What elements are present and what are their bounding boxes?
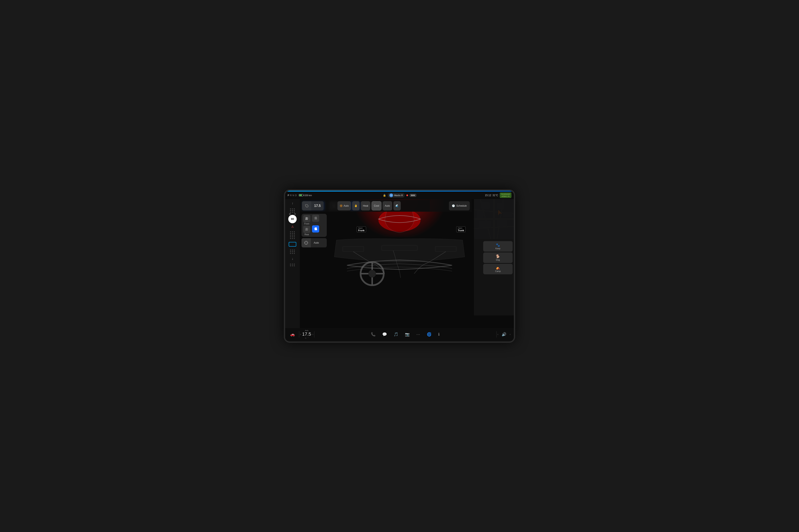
ear-right [294,213,296,215]
svg-rect-40 [305,229,308,231]
rear-left-seat-button[interactable] [303,226,310,233]
taskbar-right: ‹ 🔊 › [497,331,510,338]
camp-icon: ⛺ [496,266,500,270]
svg-rect-43 [314,229,317,230]
driver-temp-value[interactable]: 17.5 [311,201,324,210]
rear-heat-auto-button[interactable]: 🔆 Auto [338,201,351,210]
left-nav-panel: ↑ 90 ⚠ [285,199,300,328]
rear-steering-icon: 🤚 [354,204,358,207]
schedule-label: Schedule [456,204,467,207]
rear-seat-row: Rear [303,226,326,236]
divider-2 [314,331,314,338]
svg-rect-42 [315,227,317,229]
gear-p[interactable]: P [288,194,289,196]
camp-mode-button[interactable]: ⛺ Camp [483,264,513,274]
sos-button[interactable]: SOS [410,194,416,197]
clock: 15:12 [485,194,491,197]
bottom-controls: 17.5 🔆 Auto 🤚 Heat [300,200,430,212]
driver-temp-icon [302,201,311,210]
svg-line-38 [314,217,314,218]
svg-rect-36 [315,217,317,218]
right-panel: 🐾 Keep 🐕 Dog ⛺ Camp [474,199,514,316]
sync-icon: ⊙ [305,337,307,339]
svg-line-44 [314,228,314,229]
user-chip[interactable]: M Martin R [388,193,405,198]
ear-left [289,213,291,215]
gear-indicator: P R N D [288,194,297,196]
rear-steering-button[interactable]: 🤚 [352,201,360,210]
svg-rect-34 [305,218,308,220]
keep-icon: 🐾 [496,243,500,247]
driver-temp-control: 17.5 [302,201,324,210]
rear-fan-icon: 🌊 [396,204,399,207]
frunk-action: Open [358,227,363,229]
front-left-seat-button[interactable] [303,215,310,222]
battery-indicator: 339 km [299,194,312,196]
car-icon-outline[interactable] [289,242,296,247]
info-button[interactable]: ℹ [436,331,441,338]
passenger-airbag-badge: PASSENGERAIRBAG ON [500,193,511,198]
rear-auto-button[interactable]: Auto [383,201,392,210]
apps-button[interactable]: ⋯ [415,331,422,338]
lock-icon: 🔒 [383,194,386,197]
main-area: Open Frunk Open Trunk ↑ 90 [285,199,514,328]
rear-label: Rear [303,233,311,236]
dog-mode-button[interactable]: 🐕 Dog [483,252,513,263]
camera-button[interactable]: 📷 [403,331,411,338]
keep-mode-button[interactable]: 🐾 Keep [483,241,513,252]
dog-icon: 🐕 [496,254,500,258]
rear-heat-button[interactable]: Heat [361,201,370,210]
battery-fill [299,194,302,196]
temp-auto-label: Auto [302,329,311,331]
camp-label: Camp [495,270,501,272]
rear-cool-button[interactable]: Cool [371,201,381,210]
nav-down-arrow[interactable]: ↓ [291,256,294,262]
gear-d[interactable]: D [295,194,297,196]
gear-n[interactable]: N [292,194,294,196]
record-dot [406,194,408,196]
temp-increase-button[interactable]: › [312,333,313,336]
nav-up-arrow[interactable]: ↑ [291,201,294,206]
climate-fan-button[interactable]: 🌀 [425,331,433,338]
rear-right-seat-button[interactable] [312,225,319,232]
volume-right-chevron[interactable]: › [510,333,510,336]
divider-3 [496,331,497,338]
spotify-button[interactable]: 🎵 [392,331,400,338]
temp-display-area: ‹ Auto 17.5 ⊙ ° › [300,329,313,339]
gear-r[interactable]: R [290,194,292,196]
user-name: Martin R [394,194,403,196]
svg-rect-39 [306,228,308,229]
temp-decrease-button[interactable]: ‹ [300,333,301,336]
svg-line-41 [308,229,308,229]
steering-auto-label: Auto [311,241,322,244]
current-temp-display: 17.5 [302,331,311,337]
front-label: Front [303,223,311,225]
taskbar-left: 🚗 [289,331,300,338]
keep-label: Keep [495,247,500,250]
svg-rect-9 [435,246,456,252]
schedule-button[interactable]: 🕐 Schedule [449,201,470,210]
dot [290,208,291,209]
messages-button[interactable]: 💬 [381,331,388,338]
time-display: 15:12 31°C [485,194,498,197]
volume-left-chevron[interactable]: ‹ [497,333,498,336]
speed-limit-value: 90 [291,217,294,221]
rear-fan-button[interactable]: 🌊 [394,201,401,210]
svg-point-3 [368,270,376,278]
car-status-icon[interactable]: 🚗 [289,331,296,338]
status-center: 🔒 M Martin R SOS [383,193,416,198]
svg-rect-33 [306,217,308,218]
schedule-icon: 🕐 [452,204,455,207]
trunk-label[interactable]: Open Trunk [456,226,466,232]
front-right-seat-button[interactable] [312,215,319,222]
battery-icon [299,194,304,196]
phone-button[interactable]: 📞 [369,331,377,338]
tesla-screen: P R N D 339 km 🔒 M Martin R SOS [284,189,515,343]
steering-heat-group: Auto [302,238,327,247]
frunk-label[interactable]: Open Frunk [357,226,366,232]
status-right: 15:12 31°C PASSENGERAIRBAG ON [485,193,511,198]
volume-icon[interactable]: 🔊 [500,331,508,338]
svg-rect-37 [314,218,317,220]
speed-limit-badge: 90 [288,215,297,223]
left-dots-2 [290,230,295,240]
